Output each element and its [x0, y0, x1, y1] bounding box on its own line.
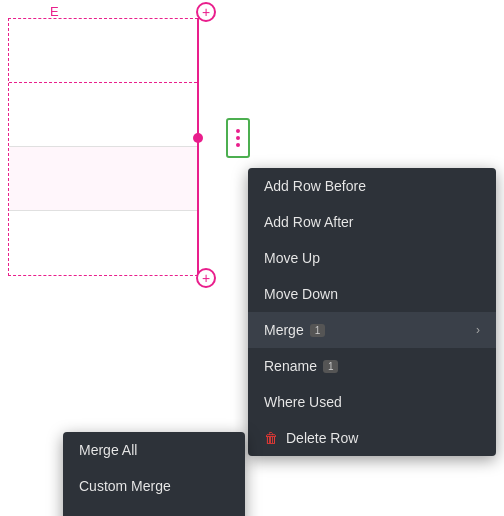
- menu-item-move-up[interactable]: Move Up: [248, 240, 496, 276]
- add-column-button-top[interactable]: +: [196, 2, 216, 22]
- menu-item-merge[interactable]: Merge 1 › Merge All Custom Merge Split: [248, 312, 496, 348]
- context-menu: Add Row Before Add Row After Move Up Mov…: [248, 168, 496, 456]
- dot-2: [236, 136, 240, 140]
- menu-item-rename[interactable]: Rename 1: [248, 348, 496, 384]
- menu-item-label: Add Row After: [264, 214, 354, 230]
- menu-item-label: 🗑 Delete Row: [264, 430, 358, 446]
- grid-area: E + +: [0, 0, 230, 290]
- table-row: [9, 83, 197, 147]
- rename-badge: 1: [323, 360, 339, 373]
- menu-item-label: Move Up: [264, 250, 320, 266]
- merge-submenu: Merge All Custom Merge Split: [63, 432, 245, 516]
- menu-item-label: Move Down: [264, 286, 338, 302]
- delete-icon: 🗑: [264, 430, 278, 446]
- row-indicator-line: [197, 18, 199, 276]
- row-indicator-dot: [193, 133, 203, 143]
- plus-icon-bottom: +: [202, 270, 210, 286]
- table-wrapper: [8, 18, 198, 276]
- dot-3: [236, 143, 240, 147]
- dot-1: [236, 129, 240, 133]
- table-row: [9, 147, 197, 211]
- menu-item-move-down[interactable]: Move Down: [248, 276, 496, 312]
- menu-item-where-used[interactable]: Where Used: [248, 384, 496, 420]
- menu-item-label: Rename 1: [264, 358, 338, 374]
- menu-item-add-row-before[interactable]: Add Row Before: [248, 168, 496, 204]
- submenu-item-custom-merge[interactable]: Custom Merge: [63, 468, 245, 504]
- column-header-e: E: [50, 4, 60, 19]
- row-options-button[interactable]: [226, 118, 250, 158]
- menu-item-label: Merge 1: [264, 322, 325, 338]
- table-row: [9, 19, 197, 83]
- add-column-button-bottom[interactable]: +: [196, 268, 216, 288]
- menu-item-delete-row[interactable]: 🗑 Delete Row: [248, 420, 496, 456]
- submenu-item-merge-all[interactable]: Merge All: [63, 432, 245, 468]
- menu-item-add-row-after[interactable]: Add Row After: [248, 204, 496, 240]
- submenu-chevron: ›: [476, 323, 480, 337]
- submenu-item-split: Split: [63, 504, 245, 516]
- menu-item-label: Add Row Before: [264, 178, 366, 194]
- merge-badge: 1: [310, 324, 326, 337]
- plus-icon-top: +: [202, 4, 210, 20]
- menu-item-label: Where Used: [264, 394, 342, 410]
